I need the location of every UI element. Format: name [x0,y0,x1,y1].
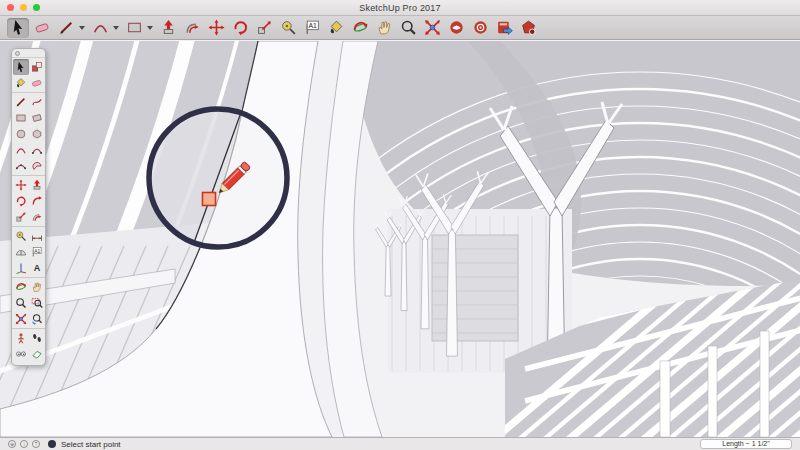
offset-palette-button[interactable] [29,209,45,225]
two-point-arc-palette-button[interactable] [29,142,45,158]
orbit-palette-button[interactable] [13,279,29,295]
select-tool-button[interactable] [7,18,29,38]
minimize-button[interactable] [20,4,27,11]
walk-palette-button[interactable] [29,330,45,346]
line-palette-button[interactable] [13,94,29,110]
3d-warehouse-tool-button[interactable] [445,18,467,38]
statusbar: ⊕i? Select start point Length ~ 1 1/2" [0,437,800,450]
previous-palette-button[interactable] [29,311,45,327]
push-pull-palette-button[interactable] [29,177,45,193]
paint-bucket-tool-button[interactable] [325,18,347,38]
text-tool-button[interactable]: A1 [301,18,323,38]
three-d-text-palette-button[interactable]: A [29,260,45,276]
arc-palette-button[interactable] [13,142,29,158]
credits-icon[interactable]: i [20,440,28,448]
send-to-layout-icon [496,19,513,36]
shapes-icon [126,19,143,36]
palette-row [12,330,45,346]
eraser-icon [31,77,43,89]
send-to-layout-tool-button[interactable] [493,18,515,38]
line-tool-button[interactable] [55,18,77,38]
tape-measure-palette-button[interactable] [13,228,29,244]
rotated-rectangle-palette-button[interactable] [29,110,45,126]
eraser-tool-button[interactable] [31,18,53,38]
polygon-palette-button[interactable] [29,126,45,142]
palette-row [12,279,45,295]
circle-palette-button[interactable] [13,126,29,142]
push-pull-tool-button[interactable] [157,18,179,38]
palette-row: A [12,260,45,276]
zoom-window-palette-button[interactable] [29,295,45,311]
rotate-palette-button[interactable] [13,193,29,209]
pan-icon [31,281,43,293]
orbit-tool-button[interactable] [349,18,371,38]
rotate-tool-button[interactable] [229,18,251,38]
axes-palette-button[interactable] [13,260,29,276]
section-plane-palette-button[interactable] [29,346,45,362]
position-camera-palette-button[interactable] [13,330,29,346]
measurements-box[interactable]: Length ~ 1 1/2" [700,439,792,449]
palette-titlebar[interactable] [12,49,45,58]
zoom-extents-palette-button[interactable] [13,311,29,327]
rectangle-palette-button[interactable] [13,110,29,126]
add-location-icon [472,19,489,36]
help-icon[interactable]: ? [32,440,40,448]
pan-tool-button[interactable] [373,18,395,38]
palette-row [12,311,45,327]
zoom-tool-button[interactable] [397,18,419,38]
zoom-palette-button[interactable] [13,295,29,311]
freehand-palette-button[interactable] [29,94,45,110]
rotate-icon [232,19,249,36]
eraser-palette-button[interactable] [29,75,45,91]
model-viewport[interactable] [0,41,800,437]
three-point-arc-palette-button[interactable] [13,158,29,174]
arcs-tool-button[interactable] [89,18,111,38]
zoom-extents-tool-button[interactable] [421,18,443,38]
text-icon: A1 [31,246,43,258]
line-icon [58,19,75,36]
zoom-button[interactable] [33,4,40,11]
shapes-tool-button[interactable] [123,18,145,38]
arcs-icon [92,19,109,36]
pie-palette-button[interactable] [29,158,45,174]
three-point-arc-icon [15,160,27,172]
close-button[interactable] [7,4,14,11]
text-palette-button[interactable]: A1 [29,244,45,260]
extension-warehouse-tool-button[interactable] [517,18,539,38]
arcs-dropdown-caret-icon[interactable] [113,26,119,30]
offset-icon [31,211,43,223]
tape-measure-tool-button[interactable] [277,18,299,38]
section-plane-icon [31,348,43,360]
pan-palette-button[interactable] [29,279,45,295]
window-title: SketchUp Pro 2017 [359,3,440,13]
palette-close-icon[interactable] [15,51,20,56]
line-dropdown-caret-icon[interactable] [79,26,85,30]
add-location-tool-button[interactable] [469,18,491,38]
dimension-palette-button[interactable] [29,228,45,244]
geolocation-icon[interactable]: ⊕ [8,440,16,448]
follow-me-palette-button[interactable] [29,193,45,209]
pie-icon [31,160,43,172]
arc-icon [15,144,27,156]
circle-icon [15,128,27,140]
tape-measure-icon [280,19,297,36]
shapes-dropdown-caret-icon[interactable] [147,26,153,30]
palette-row [12,158,45,174]
look-around-palette-button[interactable] [13,346,29,362]
protractor-palette-button[interactable] [13,244,29,260]
paint-bucket-palette-button[interactable] [13,75,29,91]
palette-row [12,126,45,142]
titlebar: SketchUp Pro 2017 [0,0,800,16]
scale-palette-button[interactable] [13,209,29,225]
pan-icon [376,19,393,36]
select-palette-button[interactable] [13,59,29,75]
scale-tool-button[interactable] [253,18,275,38]
select-icon [15,61,27,73]
make-component-palette-button[interactable] [29,59,45,75]
sketchup-window: SketchUp Pro 2017 A1 [0,0,800,450]
move-palette-button[interactable] [13,177,29,193]
offset-tool-button[interactable] [181,18,203,38]
extension-warehouse-icon [520,19,537,36]
move-tool-button[interactable] [205,18,227,38]
palette-row [12,209,45,225]
